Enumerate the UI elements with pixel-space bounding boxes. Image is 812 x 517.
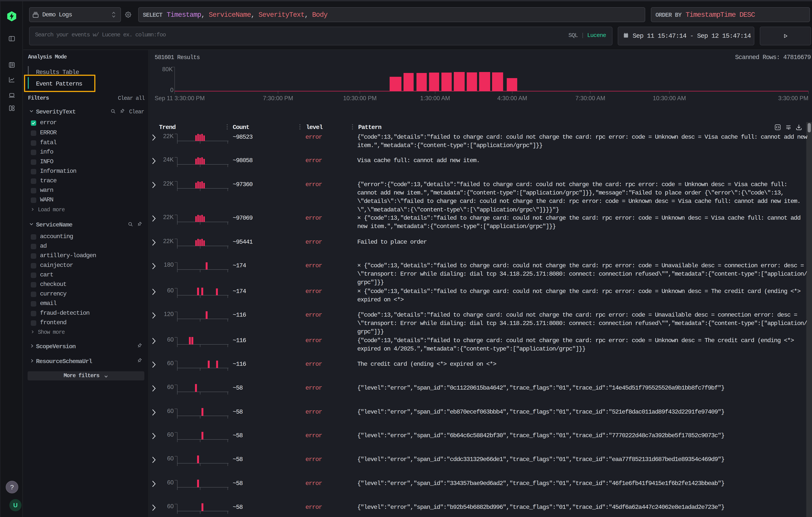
svg-text:22K: 22K bbox=[163, 133, 174, 139]
svg-text:60: 60 bbox=[167, 384, 174, 390]
svg-text:80K: 80K bbox=[162, 66, 173, 73]
svg-text:10:30:00 PM: 10:30:00 PM bbox=[343, 95, 377, 102]
svg-text:60: 60 bbox=[167, 360, 174, 367]
svg-text:60: 60 bbox=[167, 287, 174, 294]
svg-text:60: 60 bbox=[167, 455, 174, 462]
svg-text:3:30:00 PM: 3:30:00 PM bbox=[778, 95, 808, 102]
svg-text:60: 60 bbox=[167, 336, 174, 343]
svg-text:24K: 24K bbox=[163, 156, 174, 163]
svg-text:60: 60 bbox=[167, 503, 174, 510]
svg-text:22K: 22K bbox=[163, 238, 174, 245]
svg-text:22K: 22K bbox=[163, 180, 174, 187]
svg-text:22K: 22K bbox=[163, 214, 174, 221]
svg-text:1:30:00 AM: 1:30:00 AM bbox=[420, 95, 450, 102]
svg-text:60: 60 bbox=[167, 408, 174, 414]
svg-text:60: 60 bbox=[167, 479, 174, 486]
svg-text:120: 120 bbox=[164, 311, 174, 317]
svg-text:10:30:00 AM: 10:30:00 AM bbox=[653, 95, 686, 102]
svg-text:7:30:00 AM: 7:30:00 AM bbox=[576, 95, 605, 102]
svg-text:Sep 11 3:30:00 PM: Sep 11 3:30:00 PM bbox=[155, 95, 205, 102]
svg-text:0: 0 bbox=[170, 87, 173, 93]
svg-text:180: 180 bbox=[164, 261, 174, 268]
svg-text:7:30:00 PM: 7:30:00 PM bbox=[263, 95, 293, 102]
svg-text:60: 60 bbox=[167, 431, 174, 438]
svg-text:4:30:00 AM: 4:30:00 AM bbox=[497, 95, 527, 102]
